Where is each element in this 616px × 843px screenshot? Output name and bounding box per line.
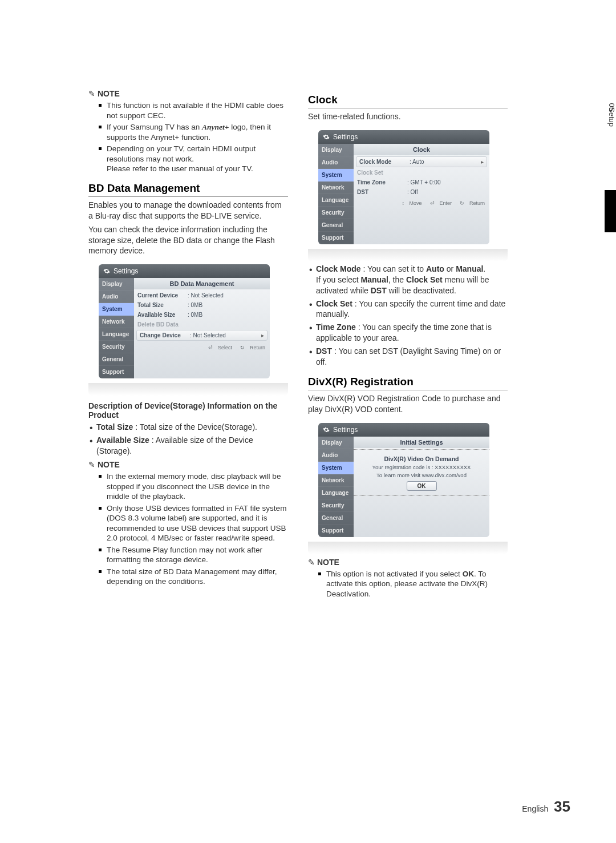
hint-return: Return bbox=[469, 200, 485, 206]
hint-enter: Enter bbox=[439, 200, 452, 206]
dotted-rule bbox=[354, 449, 489, 450]
row-label: Time Zone bbox=[357, 179, 407, 185]
nav-network[interactable]: Network bbox=[99, 316, 134, 328]
desc-item: Available Size : Available size of the D… bbox=[96, 435, 288, 457]
hint-move: Move bbox=[409, 200, 422, 206]
mid: or bbox=[444, 264, 456, 273]
enter-icon: ⏎ bbox=[208, 345, 213, 350]
clock-desc-item: DST : You can set DST (Daylight Saving T… bbox=[316, 346, 508, 368]
divx-heading: DivX(R) Registration bbox=[308, 376, 508, 390]
chevron-right-icon: ▸ bbox=[481, 159, 484, 165]
row-label: Current Device bbox=[137, 292, 188, 299]
panel3-nav: Display Audio System Network Language Se… bbox=[318, 437, 354, 537]
lead: Clock Mode bbox=[316, 264, 361, 273]
nav-language[interactable]: Language bbox=[318, 194, 354, 207]
row-delete-bd: Delete BD Data bbox=[134, 320, 270, 329]
clock-settings-panel: Settings Display Audio System Network La… bbox=[318, 130, 489, 244]
lead: Time Zone bbox=[316, 322, 356, 332]
panel-header-label: Settings bbox=[333, 426, 358, 434]
divx-intro: View DivX(R) VOD Registration Code to pu… bbox=[308, 393, 508, 415]
enter-icon: ⏎ bbox=[430, 200, 435, 206]
desc-rest: : Total size of the Device(Storage). bbox=[133, 422, 257, 431]
nav-display[interactable]: Display bbox=[318, 144, 354, 156]
ok-button[interactable]: OK bbox=[407, 481, 437, 491]
thumb-tab bbox=[605, 190, 616, 232]
nav-audio[interactable]: Audio bbox=[99, 291, 134, 303]
panel1-nav: Display Audio System Network Language Se… bbox=[99, 278, 134, 378]
anynet-logo: Anynet+ bbox=[202, 123, 229, 131]
gear-icon bbox=[323, 134, 330, 140]
row-clock-set: Clock Set bbox=[354, 168, 489, 178]
row-change-device[interactable]: Change Device: Not Selected▸ bbox=[136, 330, 268, 341]
nav-general[interactable]: General bbox=[318, 512, 354, 525]
nav-security[interactable]: Security bbox=[318, 207, 354, 219]
note2-item: The Resume Play function may not work af… bbox=[107, 545, 288, 565]
note-heading-3: NOTE bbox=[308, 558, 508, 567]
gear-icon bbox=[323, 426, 330, 433]
row-val: : Auto bbox=[410, 159, 481, 165]
clock-desc-item: Time Zone : You can specify the time zon… bbox=[316, 322, 508, 344]
clock-desc-list: Clock Mode : You can set it to Auto or M… bbox=[308, 264, 508, 368]
note3-item: This option is not activated if you sele… bbox=[326, 569, 508, 599]
desc-bold: Available Size bbox=[96, 435, 149, 445]
pre: This option is not activated if you sele… bbox=[326, 570, 463, 578]
row-dst: DST: Off bbox=[354, 187, 489, 197]
nav-language[interactable]: Language bbox=[99, 328, 134, 341]
panel2-title: Clock bbox=[354, 144, 489, 155]
return-icon: ↻ bbox=[460, 200, 464, 206]
divx-settings-panel: Settings Display Audio System Network La… bbox=[318, 423, 489, 537]
chapter-label: Setup bbox=[607, 107, 616, 127]
row-current-device: Current Device: Not Selected bbox=[134, 291, 270, 300]
return-icon: ↻ bbox=[240, 345, 245, 350]
nav-system[interactable]: System bbox=[318, 462, 354, 474]
clock-heading: Clock bbox=[308, 94, 508, 108]
clock-desc-item: Clock Mode : You can set it to Auto or M… bbox=[316, 264, 508, 296]
nav-support[interactable]: Support bbox=[318, 525, 354, 537]
clock-intro: Set time-related functions. bbox=[308, 111, 508, 122]
tail: . bbox=[483, 264, 485, 273]
note2-item: In the external memory mode, disc playba… bbox=[107, 471, 288, 502]
nav-system[interactable]: System bbox=[318, 169, 354, 181]
panel-shadow bbox=[308, 249, 508, 261]
row-total-size: Total Size: 0MB bbox=[134, 300, 270, 310]
panel-header: Settings bbox=[318, 423, 489, 437]
row-label: Clock Mode bbox=[359, 159, 410, 165]
text: : You can set DST (Daylight Saving Time)… bbox=[316, 346, 501, 366]
page-footer: English 35 bbox=[522, 798, 570, 816]
nav-general[interactable]: General bbox=[99, 353, 134, 366]
nav-system[interactable]: System bbox=[99, 303, 134, 316]
row-clock-mode[interactable]: Clock Mode: Auto▸ bbox=[356, 156, 487, 167]
nav-network[interactable]: Network bbox=[318, 474, 354, 487]
panel-shadow bbox=[88, 383, 288, 396]
divx-url-line: To learn more visit www.divx.com/vod bbox=[354, 472, 489, 478]
extra: If you select Manual, the Clock Set menu… bbox=[316, 275, 489, 295]
row-available-size: Available Size: 0MB bbox=[134, 310, 270, 320]
panel-header-label: Settings bbox=[333, 133, 358, 141]
nav-audio[interactable]: Audio bbox=[318, 449, 354, 462]
nav-security[interactable]: Security bbox=[318, 499, 354, 512]
row-label: DST bbox=[357, 189, 407, 195]
bd-heading: BD Data Management bbox=[88, 182, 288, 197]
bd-settings-panel: Settings Display Audio System Network La… bbox=[99, 264, 270, 378]
lead: Clock Set bbox=[316, 299, 352, 308]
gear-icon bbox=[103, 268, 110, 275]
note1-list: This function is not available if the HD… bbox=[88, 100, 288, 174]
note-heading-1: NOTE bbox=[88, 89, 288, 98]
nav-security[interactable]: Security bbox=[99, 341, 134, 353]
nav-support[interactable]: Support bbox=[318, 232, 354, 244]
note3-list: This option is not activated if you sele… bbox=[308, 569, 508, 599]
dotted-rule bbox=[354, 495, 489, 496]
row-val: : 0MB bbox=[188, 302, 266, 308]
row-label: Available Size bbox=[137, 312, 188, 318]
divx-code-line: Your registration code is : XXXXXXXXXX bbox=[354, 464, 489, 470]
nav-display[interactable]: Display bbox=[99, 278, 134, 291]
nav-display[interactable]: Display bbox=[318, 437, 354, 449]
footer-page: 35 bbox=[554, 798, 570, 815]
nav-support[interactable]: Support bbox=[99, 366, 134, 378]
chevron-right-icon: ▸ bbox=[261, 332, 264, 338]
nav-general[interactable]: General bbox=[318, 219, 354, 232]
nav-network[interactable]: Network bbox=[318, 181, 354, 194]
nav-audio[interactable]: Audio bbox=[318, 156, 354, 169]
nav-language[interactable]: Language bbox=[318, 487, 354, 499]
note1-item: If your Samsung TV has an Anynet+ logo, … bbox=[107, 122, 288, 142]
